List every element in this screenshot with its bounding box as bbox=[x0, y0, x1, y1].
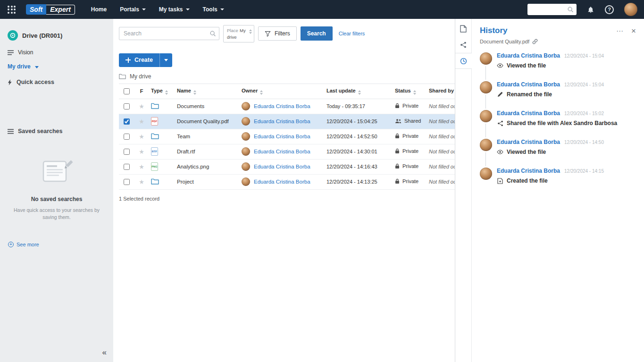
column-header-shared-by[interactable]: Shared by bbox=[427, 84, 455, 99]
more-options-icon[interactable]: ⋯ bbox=[616, 27, 624, 34]
event-user-link[interactable]: Eduarda Cristina Borba bbox=[497, 110, 560, 117]
menu-item-tools[interactable]: Tools bbox=[203, 6, 224, 13]
event-avatar bbox=[480, 139, 492, 151]
row-checkbox[interactable] bbox=[124, 164, 130, 170]
folder-icon bbox=[119, 73, 126, 79]
file-badge-icon: PDF bbox=[151, 117, 158, 126]
sort-icon bbox=[165, 90, 168, 95]
last-update: Today - 09:35:17 bbox=[325, 99, 393, 114]
sidebar-item-my-drive[interactable]: My drive bbox=[0, 59, 113, 74]
status-label: Private bbox=[402, 148, 418, 154]
owner-link[interactable]: Eduarda Cristina Borba bbox=[254, 118, 310, 124]
column-header-name[interactable]: Name bbox=[175, 84, 240, 99]
favorite-star-icon[interactable] bbox=[139, 118, 144, 125]
quick-access-link[interactable] bbox=[0, 89, 113, 94]
quick-access-link[interactable] bbox=[0, 94, 113, 100]
table-row[interactable]: Documents Eduarda Cristina Borba Today -… bbox=[119, 99, 455, 114]
plus-icon bbox=[125, 58, 131, 63]
collapse-sidebar-button[interactable]: « bbox=[102, 348, 107, 357]
table-row[interactable]: PNG Analytics.png Eduarda Cristina Borba… bbox=[119, 159, 455, 174]
event-user-link[interactable]: Eduarda Cristina Borba bbox=[497, 52, 560, 59]
owner-avatar bbox=[242, 117, 250, 126]
last-update: 12/20/2024 - 14:16:43 bbox=[325, 159, 393, 174]
status-label: Private bbox=[402, 103, 418, 109]
sort-icon bbox=[193, 90, 196, 95]
tab-history[interactable] bbox=[455, 53, 472, 69]
favorite-star-icon[interactable] bbox=[139, 133, 144, 140]
app-grid-icon[interactable] bbox=[7, 5, 17, 15]
quick-access-link[interactable] bbox=[0, 111, 113, 117]
sidebar-item-vision[interactable]: Vision bbox=[0, 45, 113, 59]
history-event: Eduarda Cristina Borba 12/20/2024 - 15:0… bbox=[480, 81, 636, 98]
table-row[interactable]: PDF Document Quality.pdf Eduarda Cristin… bbox=[119, 114, 455, 129]
favorite-star-icon[interactable] bbox=[139, 148, 144, 155]
saved-searches-header: Saved searches bbox=[0, 123, 113, 138]
column-header-favorite[interactable]: F bbox=[134, 84, 149, 99]
menu-item-portals[interactable]: Portals bbox=[120, 6, 146, 13]
lock-icon bbox=[395, 133, 400, 139]
table-row[interactable]: RTF Draft.rtf Eduarda Cristina Borba 12/… bbox=[119, 144, 455, 159]
row-checkbox[interactable] bbox=[124, 103, 130, 109]
owner-link[interactable]: Eduarda Cristina Borba bbox=[254, 134, 310, 139]
status-badge: Shared bbox=[395, 118, 421, 124]
file-type-icon bbox=[151, 102, 159, 109]
quick-access-list bbox=[0, 89, 113, 117]
event-timestamp: 12/20/2024 - 15:02 bbox=[564, 111, 604, 116]
breadcrumb-current[interactable]: My drive bbox=[130, 73, 151, 80]
row-checkbox[interactable] bbox=[124, 118, 130, 125]
status-badge: Private bbox=[395, 133, 418, 139]
app-title: Drive (DR001) bbox=[22, 32, 62, 39]
help-icon[interactable]: ? bbox=[605, 5, 614, 14]
user-avatar[interactable] bbox=[624, 3, 637, 16]
select-all-checkbox[interactable] bbox=[124, 88, 130, 94]
see-more-link[interactable]: + See more bbox=[8, 242, 39, 247]
panel-file-name: Document Quality.pdf bbox=[480, 39, 529, 44]
quick-access-link[interactable] bbox=[0, 100, 113, 106]
search-input[interactable] bbox=[119, 27, 219, 40]
status-label: Private bbox=[402, 133, 418, 139]
create-button[interactable]: Create bbox=[119, 53, 159, 67]
close-icon[interactable]: × bbox=[631, 27, 636, 35]
column-header-owner[interactable]: Owner bbox=[240, 84, 325, 99]
table-row[interactable]: Team Eduarda Cristina Borba 12/20/2024 -… bbox=[119, 129, 455, 144]
menu-item-my-tasks[interactable]: My tasks bbox=[159, 6, 190, 13]
share-icon bbox=[497, 120, 503, 126]
row-checkbox[interactable] bbox=[124, 179, 130, 185]
clear-filters-link[interactable]: Clear filters bbox=[339, 31, 365, 36]
owner-link[interactable]: Eduarda Cristina Borba bbox=[254, 164, 310, 169]
event-timestamp: 12/20/2024 - 14:15 bbox=[564, 168, 604, 174]
table-row[interactable]: Project Eduarda Cristina Borba 12/20/202… bbox=[119, 174, 455, 189]
place-selector[interactable]: Place My drive bbox=[223, 25, 254, 42]
event-user-link[interactable]: Eduarda Cristina Borba bbox=[497, 139, 560, 145]
quick-access-link[interactable] bbox=[0, 106, 113, 111]
row-checkbox[interactable] bbox=[124, 134, 130, 140]
notifications-bell-icon[interactable] bbox=[587, 6, 594, 14]
tab-share[interactable] bbox=[455, 37, 471, 53]
shared-by: Not filled out bbox=[427, 159, 455, 174]
search-button[interactable]: Search bbox=[301, 26, 333, 41]
softexpert-logo[interactable]: Soft Expert bbox=[26, 4, 75, 15]
column-header-status[interactable]: Status bbox=[393, 84, 427, 99]
event-user-link[interactable]: Eduarda Cristina Borba bbox=[497, 168, 560, 174]
filters-button[interactable]: Filters bbox=[258, 26, 297, 41]
last-update: 12/20/2024 - 15:04:25 bbox=[325, 114, 393, 129]
favorite-star-icon[interactable] bbox=[139, 103, 144, 110]
tab-file-details[interactable] bbox=[455, 21, 471, 37]
column-header-last-update[interactable]: Last update bbox=[325, 84, 393, 99]
sort-icon bbox=[249, 29, 252, 34]
history-event: Eduarda Cristina Borba 12/20/2024 - 14:1… bbox=[480, 168, 636, 184]
favorite-star-icon[interactable] bbox=[139, 163, 144, 170]
link-icon[interactable] bbox=[532, 39, 538, 44]
menu-item-home[interactable]: Home bbox=[91, 6, 107, 13]
row-checkbox[interactable] bbox=[124, 149, 130, 155]
owner-link[interactable]: Eduarda Cristina Borba bbox=[254, 149, 310, 154]
favorite-star-icon[interactable] bbox=[139, 178, 144, 185]
owner-link[interactable]: Eduarda Cristina Borba bbox=[254, 179, 310, 185]
owner-link[interactable]: Eduarda Cristina Borba bbox=[254, 103, 310, 109]
create-dropdown-button[interactable] bbox=[159, 53, 172, 67]
shared-by: Not filled out bbox=[427, 174, 455, 189]
column-header-type[interactable]: Type bbox=[149, 84, 175, 99]
empty-state-description: Have quick access to your searches by sa… bbox=[12, 207, 101, 221]
event-user-link[interactable]: Eduarda Cristina Borba bbox=[497, 81, 560, 88]
file-badge-icon: PNG bbox=[151, 162, 158, 171]
